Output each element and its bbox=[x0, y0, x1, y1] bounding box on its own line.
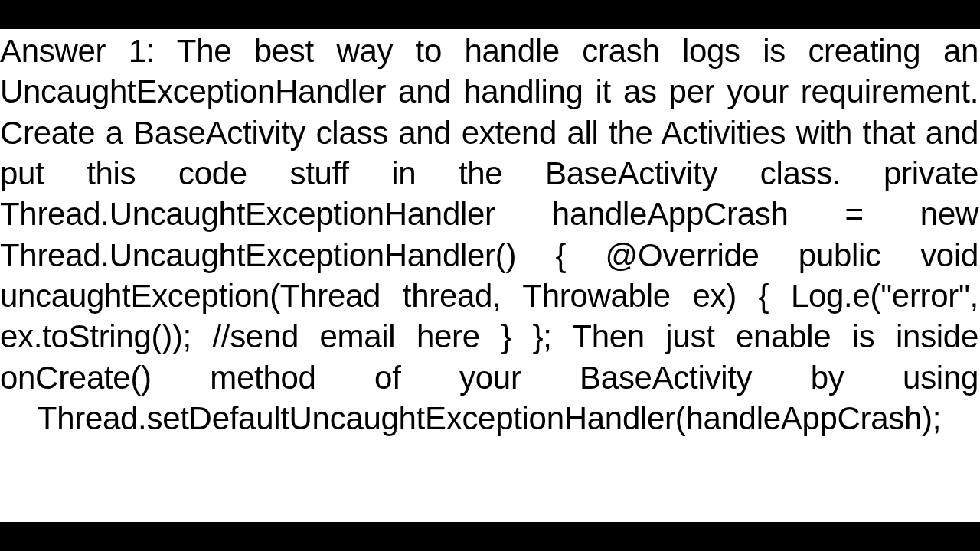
answer-text: Answer 1: The best way to handle crash l… bbox=[0, 29, 980, 522]
